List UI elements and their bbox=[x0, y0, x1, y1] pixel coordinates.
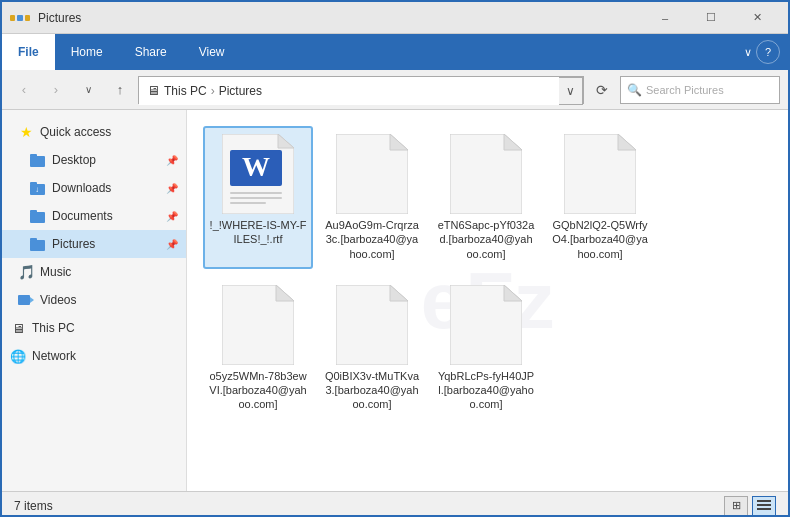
svg-text:↓: ↓ bbox=[35, 185, 39, 194]
svg-rect-9 bbox=[18, 295, 30, 305]
pin-icon-dl: 📌 bbox=[166, 183, 178, 194]
tab-share[interactable]: Share bbox=[119, 34, 183, 70]
svg-marker-10 bbox=[30, 297, 34, 303]
svg-marker-12 bbox=[278, 134, 294, 148]
sidebar-item-desktop[interactable]: Desktop 📌 bbox=[2, 146, 186, 174]
view-list-button[interactable] bbox=[752, 496, 776, 516]
svg-rect-7 bbox=[30, 240, 45, 251]
file-item-4[interactable]: GQbN2lQ2-Q5WrfyO4.[barboza40@yahoo.com] bbox=[545, 126, 655, 269]
svg-rect-5 bbox=[30, 212, 45, 223]
file-item-6[interactable]: Q0iBIX3v-tMuTKva3.[barboza40@yahoo.com] bbox=[317, 277, 427, 420]
search-icon: 🔍 bbox=[627, 83, 642, 97]
network-icon: 🌐 bbox=[10, 348, 26, 364]
svg-rect-6 bbox=[30, 210, 37, 213]
svg-rect-0 bbox=[30, 156, 45, 167]
svg-marker-23 bbox=[618, 134, 636, 150]
sidebar-item-documents[interactable]: Documents 📌 bbox=[2, 202, 186, 230]
tab-file[interactable]: File bbox=[2, 34, 55, 70]
sidebar-label-pictures: Pictures bbox=[52, 237, 95, 251]
svg-text:W: W bbox=[242, 151, 270, 182]
path-thispc: This PC bbox=[164, 84, 207, 98]
generic-icon-4 bbox=[564, 134, 636, 214]
folder-doc-icon bbox=[30, 208, 46, 224]
back-button[interactable]: ‹ bbox=[10, 76, 38, 104]
generic-icon-7 bbox=[450, 285, 522, 365]
file-item-7[interactable]: YqbRLcPs-fyH40JPl.[barboza40@yahoo.com] bbox=[431, 277, 541, 420]
sidebar-label-network: Network bbox=[32, 349, 76, 363]
svg-marker-19 bbox=[390, 134, 408, 150]
main-layout: ★ Quick access Desktop 📌 ↓ Downloads 📌 bbox=[2, 110, 788, 491]
file-name-6: Q0iBIX3v-tMuTKva3.[barboza40@yahoo.com] bbox=[323, 369, 421, 412]
item-count: 7 items bbox=[14, 499, 53, 513]
file-name-rtf: !_!WHERE-IS-MY-FILES!_!.rtf bbox=[209, 218, 307, 247]
sidebar-label-documents: Documents bbox=[52, 209, 113, 223]
sidebar: ★ Quick access Desktop 📌 ↓ Downloads 📌 bbox=[2, 110, 187, 491]
tab-home[interactable]: Home bbox=[55, 34, 119, 70]
sidebar-label-desktop: Desktop bbox=[52, 153, 96, 167]
svg-rect-31 bbox=[757, 504, 771, 506]
title-bar: Pictures – ☐ ✕ bbox=[2, 2, 788, 34]
file-item-2[interactable]: Au9AoG9m-Crqrza3c.[barboza40@yahoo.com] bbox=[317, 126, 427, 269]
sidebar-item-music[interactable]: 🎵 Music bbox=[2, 258, 186, 286]
view-controls: ⊞ bbox=[724, 496, 776, 516]
forward-button[interactable]: › bbox=[42, 76, 70, 104]
svg-marker-25 bbox=[276, 285, 294, 301]
refresh-button[interactable]: ⟳ bbox=[588, 76, 616, 104]
sidebar-item-quick-access[interactable]: ★ Quick access bbox=[2, 118, 186, 146]
sidebar-item-pictures[interactable]: Pictures 📌 bbox=[2, 230, 186, 258]
title-bar-icon bbox=[10, 8, 30, 28]
sidebar-label-downloads: Downloads bbox=[52, 181, 111, 195]
status-bar: 7 items ⊞ bbox=[2, 491, 788, 517]
folder-pic-icon bbox=[30, 236, 46, 252]
ribbon-right: ∨ ? bbox=[744, 34, 788, 70]
svg-rect-30 bbox=[757, 500, 771, 502]
file-name-2: Au9AoG9m-Crqrza3c.[barboza40@yahoo.com] bbox=[323, 218, 421, 261]
svg-rect-17 bbox=[230, 202, 266, 204]
svg-marker-21 bbox=[504, 134, 522, 150]
search-box[interactable]: 🔍 Search Pictures bbox=[620, 76, 780, 104]
svg-marker-27 bbox=[390, 285, 408, 301]
path-pictures: Pictures bbox=[219, 84, 262, 98]
file-grid: W !_!WHERE-IS-MY-FILES!_!.rtf bbox=[203, 126, 772, 420]
address-path[interactable]: 🖥 This PC › Pictures bbox=[139, 77, 559, 105]
ribbon-spacer bbox=[241, 34, 744, 70]
pin-icon: 📌 bbox=[166, 155, 178, 166]
sidebar-item-this-pc[interactable]: 🖥 This PC bbox=[2, 314, 186, 342]
ribbon-chevron[interactable]: ∨ bbox=[744, 46, 752, 59]
minimize-button[interactable]: – bbox=[642, 2, 688, 34]
sidebar-item-videos[interactable]: Videos bbox=[2, 286, 186, 314]
dropdown-recent[interactable]: ∨ bbox=[74, 76, 102, 104]
pin-icon-doc: 📌 bbox=[166, 211, 178, 222]
file-name-4: GQbN2lQ2-Q5WrfyO4.[barboza40@yahoo.com] bbox=[551, 218, 649, 261]
svg-rect-32 bbox=[757, 508, 771, 510]
folder-download-icon: ↓ bbox=[30, 180, 46, 196]
file-name-7: YqbRLcPs-fyH40JPl.[barboza40@yahoo.com] bbox=[437, 369, 535, 412]
maximize-button[interactable]: ☐ bbox=[688, 2, 734, 34]
content-area: eFz W bbox=[187, 110, 788, 491]
path-dropdown[interactable]: ∨ bbox=[559, 77, 583, 105]
search-placeholder: Search Pictures bbox=[646, 84, 724, 96]
file-item-rtf[interactable]: W !_!WHERE-IS-MY-FILES!_!.rtf bbox=[203, 126, 313, 269]
computer-icon: 🖥 bbox=[10, 320, 26, 336]
help-button[interactable]: ? bbox=[756, 40, 780, 64]
generic-icon-3 bbox=[450, 134, 522, 214]
word-icon: W bbox=[222, 134, 294, 214]
path-icon: 🖥 bbox=[147, 83, 160, 98]
file-item-5[interactable]: o5yz5WMn-78b3ewVI.[barboza40@yahoo.com] bbox=[203, 277, 313, 420]
close-button[interactable]: ✕ bbox=[734, 2, 780, 34]
svg-marker-29 bbox=[504, 285, 522, 301]
svg-rect-8 bbox=[30, 238, 37, 241]
svg-rect-16 bbox=[230, 197, 282, 199]
up-button[interactable]: ↑ bbox=[106, 76, 134, 104]
sidebar-item-downloads[interactable]: ↓ Downloads 📌 bbox=[2, 174, 186, 202]
pin-icon-pic: 📌 bbox=[166, 239, 178, 250]
folder-blue-icon bbox=[30, 152, 46, 168]
generic-icon-2 bbox=[336, 134, 408, 214]
tab-view[interactable]: View bbox=[183, 34, 241, 70]
file-item-3[interactable]: eTN6Sapc-pYf032ad.[barboza40@yahoo.com] bbox=[431, 126, 541, 269]
music-icon: 🎵 bbox=[18, 264, 34, 280]
view-grid-button[interactable]: ⊞ bbox=[724, 496, 748, 516]
videos-icon bbox=[18, 292, 34, 308]
generic-icon-5 bbox=[222, 285, 294, 365]
sidebar-item-network[interactable]: 🌐 Network bbox=[2, 342, 186, 370]
